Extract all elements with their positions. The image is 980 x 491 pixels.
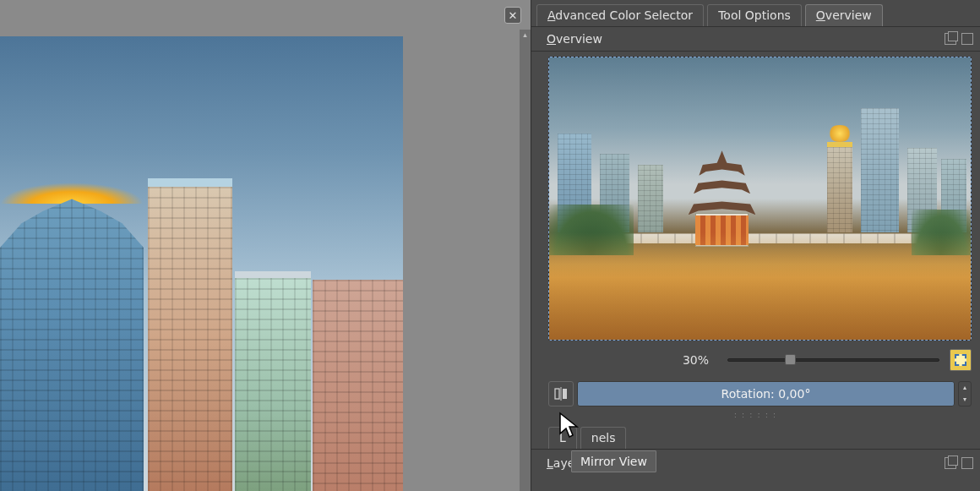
zoom-slider-handle[interactable] [785, 354, 796, 365]
lower-docker-tab-row: L nels [531, 423, 980, 450]
rotation-value: Rotation: 0,00° [721, 387, 811, 401]
svg-rect-1 [555, 389, 559, 399]
tab-overview[interactable]: Overview [805, 4, 883, 26]
overview-thumbnail[interactable] [548, 57, 972, 341]
vertical-scrollbar[interactable]: ▴ [520, 30, 531, 491]
canvas-area[interactable]: ✕ ▴ [0, 0, 531, 491]
canvas-image-content [0, 36, 403, 491]
rotation-row: Rotation: 0,00° ▴ ▾ [531, 374, 980, 410]
tab-tool-options[interactable]: Tool Options [707, 4, 802, 26]
tab-channels-partial[interactable]: nels [580, 427, 627, 449]
overview-docker-header: Overview [531, 27, 980, 52]
overview-image-content [549, 57, 971, 340]
zoom-row: 30% [531, 346, 980, 374]
svg-rect-0 [561, 387, 562, 401]
close-document-button[interactable]: ✕ [504, 7, 521, 24]
pin-zoom-button[interactable] [950, 349, 972, 371]
right-docker-pane: Advanced Color Selector Tool Options Ove… [531, 0, 980, 491]
rotation-input[interactable]: Rotation: 0,00° [577, 381, 955, 406]
docker-tab-row: Advanced Color Selector Tool Options Ove… [531, 0, 980, 27]
rotation-spin-down[interactable]: ▾ [959, 394, 971, 406]
zoom-slider[interactable] [727, 358, 939, 362]
canvas-viewport[interactable] [0, 36, 403, 491]
close-icon: ✕ [509, 9, 518, 22]
rotation-spin-up[interactable]: ▴ [959, 382, 971, 394]
tooltip-mirror-view: Mirror View [571, 450, 656, 472]
rotation-spinner[interactable]: ▴ ▾ [958, 381, 972, 406]
float-docker-icon[interactable] [945, 33, 956, 45]
zoom-percent-label: 30% [548, 353, 717, 367]
mirror-icon [553, 386, 569, 401]
close-docker-icon[interactable] [961, 33, 973, 45]
svg-rect-2 [563, 389, 567, 399]
scroll-up-arrow[interactable]: ▴ [520, 30, 531, 41]
float-layers-docker-icon[interactable] [945, 457, 956, 469]
overview-docker-title: Overview [547, 32, 602, 46]
close-layers-docker-icon[interactable] [961, 457, 973, 469]
docker-resize-grip[interactable]: : : : : : : [531, 410, 980, 423]
mirror-view-button[interactable] [548, 381, 574, 406]
tab-layers-partial[interactable]: L [548, 427, 577, 449]
pin-icon [955, 354, 966, 366]
tab-advanced-color-selector[interactable]: Advanced Color Selector [536, 4, 704, 26]
